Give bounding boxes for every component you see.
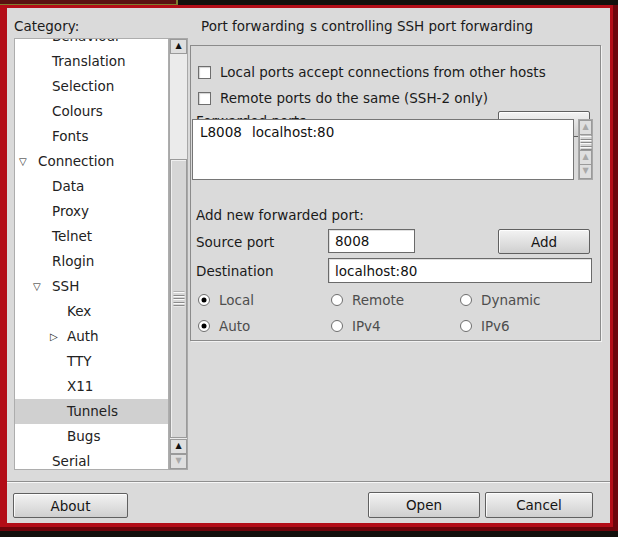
tree-item-label: TTY <box>67 353 92 369</box>
scroll-up-icon[interactable]: ▲ <box>170 439 187 454</box>
destination-input[interactable]: localhost:80 <box>328 258 592 283</box>
tree-item-proxy[interactable]: Proxy <box>15 199 168 224</box>
scroll-up-icon[interactable]: ▲ <box>170 39 187 54</box>
remote-ports-checkbox-row[interactable]: Remote ports do the same (SSH-2 only) <box>198 90 488 106</box>
category-scrollbar[interactable]: ▲ ▲ ▼ <box>169 38 188 470</box>
putty-configuration-dialog: Category: Options controlling SSH port f… <box>7 8 610 523</box>
radio-ipv6[interactable]: IPv6 <box>460 318 510 334</box>
tree-item-label: Auth <box>67 328 99 344</box>
tree-item-bugs[interactable]: Bugs <box>15 424 168 449</box>
category-tree-rows: Behaviour Translation Selection Colours … <box>14 38 169 470</box>
tree-item-label: Bugs <box>67 428 100 444</box>
tree-item-connection[interactable]: ▽Connection <box>15 149 168 174</box>
tree-item-behaviour[interactable]: Behaviour <box>15 38 168 49</box>
radio-local-label: Local <box>219 292 254 308</box>
tree-item-label: Behaviour <box>52 38 121 44</box>
tree-item-rlogin[interactable]: Rlogin <box>15 249 168 274</box>
open-button[interactable]: Open <box>368 492 480 518</box>
source-port-input[interactable]: 8008 <box>328 229 415 253</box>
radio-dynamic-label: Dynamic <box>481 292 541 308</box>
tree-item-fonts[interactable]: Fonts <box>15 124 168 149</box>
tree-item-label: Rlogin <box>52 253 94 269</box>
radio-local[interactable]: Local <box>198 292 254 308</box>
radio-local-button[interactable] <box>198 294 210 306</box>
forwarded-port-destination: localhost:80 <box>252 124 334 140</box>
tree-item-selection[interactable]: Selection <box>15 74 168 99</box>
radio-remote[interactable]: Remote <box>331 292 404 308</box>
radio-dynamic[interactable]: Dynamic <box>460 292 541 308</box>
about-button[interactable]: About <box>13 493 128 518</box>
radio-ipv4-label: IPv4 <box>352 318 381 334</box>
groupbox-title: Port forwarding <box>197 18 309 34</box>
tree-item-label: Colours <box>52 103 103 119</box>
tree-item-x11[interactable]: X11 <box>15 374 168 399</box>
tree-item-label: X11 <box>67 378 93 394</box>
tree-item-colours[interactable]: Colours <box>15 99 168 124</box>
tree-item-ssh[interactable]: ▽SSH <box>15 274 168 299</box>
forwarded-port-entry[interactable]: L8008localhost:80 <box>200 124 566 140</box>
tree-collapsed-icon[interactable]: ▷ <box>50 324 58 349</box>
tree-item-serial[interactable]: Serial <box>15 449 168 470</box>
tree-item-kex[interactable]: Kex <box>15 299 168 324</box>
tree-item-label: Telnet <box>52 228 92 244</box>
radio-ipv6-button[interactable] <box>460 320 472 332</box>
footer-separator <box>7 481 610 483</box>
tree-item-label: Proxy <box>52 203 89 219</box>
scrollbar-thumb[interactable] <box>170 159 187 438</box>
category-tree: Behaviour Translation Selection Colours … <box>14 38 188 470</box>
radio-ipv4-button[interactable] <box>331 320 343 332</box>
destination-label: Destination <box>196 263 273 279</box>
forwarded-ports-list[interactable]: L8008localhost:80 <box>192 119 574 180</box>
ports-list-scrollbar[interactable]: ▲ ▲ ▼ <box>578 119 593 180</box>
cancel-button[interactable]: Cancel <box>485 492 593 518</box>
scroll-up-icon[interactable]: ▲ <box>579 120 592 135</box>
desktop-background-bottom <box>0 531 618 537</box>
radio-dynamic-button[interactable] <box>460 294 472 306</box>
tree-item-data[interactable]: Data <box>15 174 168 199</box>
tree-expanded-icon[interactable]: ▽ <box>19 149 27 174</box>
tree-item-label: Serial <box>52 453 90 469</box>
scroll-down-icon[interactable]: ▼ <box>170 454 187 469</box>
radio-ipv6-label: IPv6 <box>481 318 510 334</box>
tree-item-telnet[interactable]: Telnet <box>15 224 168 249</box>
tree-item-auth[interactable]: ▷Auth <box>15 324 168 349</box>
local-ports-checkbox-label: Local ports accept connections from othe… <box>220 64 546 80</box>
scroll-up-icon[interactable]: ▲ <box>579 150 592 165</box>
radio-remote-label: Remote <box>352 292 404 308</box>
radio-ipv4[interactable]: IPv4 <box>331 318 381 334</box>
tree-item-label: Kex <box>67 303 91 319</box>
tree-item-tunnels[interactable]: Tunnels <box>15 399 168 424</box>
add-button[interactable]: Add <box>498 229 590 254</box>
tree-item-label: SSH <box>52 278 79 294</box>
local-ports-checkbox[interactable] <box>198 66 211 79</box>
scrollbar-grip <box>173 291 184 306</box>
tree-item-label: Data <box>52 178 84 194</box>
tree-item-label: Fonts <box>52 128 88 144</box>
radio-auto-label: Auto <box>219 318 250 334</box>
category-label: Category: <box>14 18 79 34</box>
remote-ports-checkbox-label: Remote ports do the same (SSH-2 only) <box>220 90 488 106</box>
tree-item-tty[interactable]: TTY <box>15 349 168 374</box>
tree-item-label: Translation <box>52 53 126 69</box>
remote-ports-checkbox[interactable] <box>198 92 211 105</box>
radio-remote-button[interactable] <box>331 294 343 306</box>
source-port-label: Source port <box>196 234 274 250</box>
tree-item-label: Tunnels <box>67 403 118 419</box>
tree-item-translation[interactable]: Translation <box>15 49 168 74</box>
radio-auto[interactable]: Auto <box>198 318 250 334</box>
local-ports-checkbox-row[interactable]: Local ports accept connections from othe… <box>198 64 546 80</box>
tree-item-label: Connection <box>38 153 114 169</box>
tree-expanded-icon[interactable]: ▽ <box>33 274 41 299</box>
add-new-forwarded-port-label: Add new forwarded port: <box>196 207 364 223</box>
radio-auto-button[interactable] <box>198 320 210 332</box>
scrollbar-thumb[interactable] <box>579 134 592 151</box>
scroll-down-icon[interactable]: ▼ <box>579 164 592 179</box>
tree-item-label: Selection <box>52 78 114 94</box>
forwarded-port-spec: L8008 <box>200 124 242 140</box>
screen: Category: Options controlling SSH port f… <box>0 0 618 537</box>
scrollbar-grip <box>580 135 591 150</box>
